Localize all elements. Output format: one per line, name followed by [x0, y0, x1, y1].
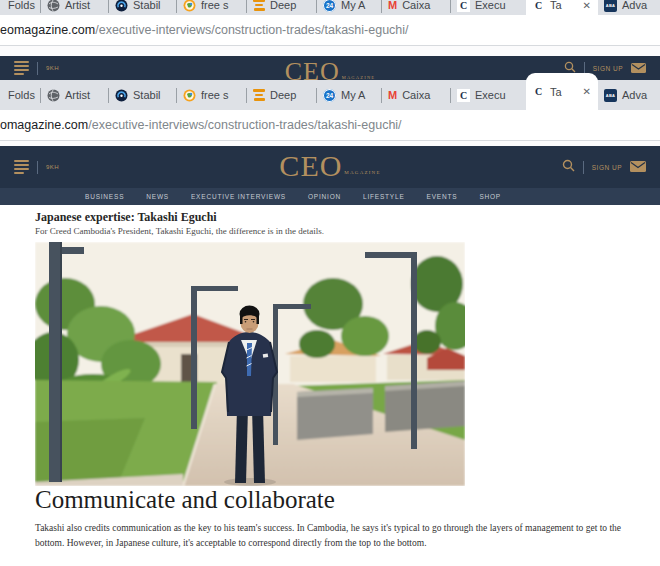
browser-tab-execu[interactable]: C Execu: [451, 80, 526, 110]
tab-label: Execu: [475, 89, 506, 101]
article-body: Takashi also credits communication as th…: [35, 521, 633, 551]
browser-tab-stabil[interactable]: Stabil: [109, 80, 176, 110]
tab-label: Stabil: [133, 0, 161, 11]
tab-label: Stabil: [133, 89, 161, 101]
browser-tab-free[interactable]: free s: [177, 0, 246, 15]
nav-item-lifestyle[interactable]: LIFESTYLE: [363, 193, 405, 200]
tab-label: free s: [201, 89, 229, 101]
section-heading: Communicate and collaborate: [35, 486, 335, 514]
menu-icon[interactable]: [14, 59, 29, 77]
ceo-favicon: C: [532, 0, 545, 12]
nav-item-business[interactable]: BUSINESS: [85, 193, 124, 200]
ceo-favicon: C: [457, 89, 470, 102]
close-tab-icon[interactable]: ✕: [582, 0, 592, 11]
browser-tab-artist[interactable]: Artist: [41, 80, 108, 110]
tab-label: free s: [201, 0, 229, 11]
aba-bank-icon: ABA: [604, 0, 617, 12]
ceo-logo[interactable]: CEO MAGAZINE: [279, 151, 380, 181]
tab-label: Folds: [8, 89, 35, 101]
address-bar[interactable]: omagazine.com/executive-interviews/const…: [0, 110, 660, 141]
tab-label: Artist: [65, 0, 90, 11]
badge-24-icon: 24: [323, 0, 336, 12]
article-kicker: Japanese expertise: Takashi Eguchi: [35, 210, 217, 225]
header-divider: [37, 161, 38, 174]
signup-link[interactable]: SIGN UP: [592, 164, 622, 171]
tab-strip: Folds Artist Stabil free s Deep 24 My A: [0, 80, 660, 110]
url-domain: omagazine.com: [0, 118, 88, 132]
tab-label: Artist: [65, 89, 90, 101]
article-standfirst: For Creed Cambodia's President, Takashi …: [35, 226, 324, 236]
nav-item-opinion[interactable]: OPINION: [308, 193, 341, 200]
tab-label: My A: [341, 89, 365, 101]
browser-tab-active[interactable]: C Ta ✕: [526, 73, 598, 110]
close-tab-icon[interactable]: ✕: [582, 86, 592, 97]
window-gap: [0, 45, 660, 56]
url-domain: eomagazine.com: [0, 23, 95, 37]
browser-tab-active[interactable]: C Ta ✕: [526, 0, 598, 15]
gmail-icon: M: [388, 0, 397, 11]
tab-label: Folds: [8, 0, 35, 11]
browser-tab-deep[interactable]: Deep: [247, 80, 316, 110]
tab-label: Execu: [475, 0, 506, 11]
newsletter-envelope-icon[interactable]: [631, 59, 646, 77]
nav-item-events[interactable]: EVENTS: [427, 193, 458, 200]
signup-link[interactable]: SIGN UP: [593, 65, 623, 72]
browser-tab-mya[interactable]: 24 My A: [317, 80, 381, 110]
aba-bank-icon: ABA: [604, 89, 617, 102]
browser-tab-caixa[interactable]: M Caixa: [382, 0, 450, 15]
tab-label: Ta: [550, 0, 562, 11]
browser-tab-folds[interactable]: Folds: [0, 0, 40, 15]
browser-tab-artist[interactable]: Artist: [41, 0, 108, 15]
site-header: 9KH CEO MAGAZINE SIGN UP: [0, 146, 660, 188]
tab-label: Adva: [622, 89, 647, 101]
nav-item-shop[interactable]: SHOP: [479, 193, 501, 200]
orange-bars-icon: [253, 0, 265, 11]
tab-label: Ta: [550, 86, 562, 98]
tab-label: Deep: [270, 0, 296, 11]
header-divider: [37, 62, 38, 75]
address-bar-top[interactable]: eomagazine.com/executive-interviews/cons…: [0, 15, 660, 46]
browser-tab-adva[interactable]: ABA Adva: [598, 80, 660, 110]
tab-label: Caixa: [402, 89, 430, 101]
browser-tab-deep[interactable]: Deep: [247, 0, 316, 15]
colorful-globe-icon: [183, 0, 196, 12]
browser-tab-free[interactable]: free s: [177, 80, 246, 110]
region-label[interactable]: 9KH: [46, 164, 59, 170]
article-content: Japanese expertise: Takashi Eguchi For C…: [0, 205, 660, 566]
tab-label: Caixa: [402, 0, 430, 11]
swirl-icon: [115, 89, 128, 102]
gmail-icon: M: [388, 90, 397, 101]
nav-item-executive-interviews[interactable]: EXECUTIVE INTERVIEWS: [191, 193, 286, 200]
browser-tab-caixa[interactable]: M Caixa: [382, 80, 450, 110]
ceo-favicon: C: [457, 0, 470, 12]
browser-tab-mya[interactable]: 24 My A: [317, 0, 381, 15]
tab-strip-top: Folds Artist Stabil free s Deep 24 My A: [0, 0, 660, 15]
badge-24-icon: 24: [323, 89, 336, 102]
colorful-globe-icon: [183, 89, 196, 102]
search-icon[interactable]: [562, 158, 575, 176]
site-nav: BUSINESS NEWS EXECUTIVE INTERVIEWS OPINI…: [0, 188, 660, 205]
menu-icon[interactable]: [14, 158, 29, 176]
browser-tab-folds[interactable]: Folds: [0, 80, 40, 110]
nav-item-news[interactable]: NEWS: [146, 193, 169, 200]
globe-icon: [47, 89, 60, 102]
article-hero-photo: [35, 242, 465, 486]
browser-tab-stabil[interactable]: Stabil: [109, 0, 176, 15]
browser-tab-adva[interactable]: ABA Adva: [598, 0, 660, 15]
globe-icon: [47, 0, 60, 12]
browser-tab-execu[interactable]: C Execu: [451, 0, 526, 15]
url-path: /executive-interviews/construction-trade…: [88, 118, 401, 132]
tab-label: My A: [341, 0, 365, 11]
header-divider: [583, 161, 584, 174]
tab-label: Deep: [270, 89, 296, 101]
orange-bars-icon: [253, 89, 265, 100]
browser-window: { "browser": { "tabs": [ {"label": "Fold…: [0, 0, 660, 566]
region-label[interactable]: 9KH: [46, 65, 59, 71]
ceo-logo[interactable]: CEO MAGAZINE: [285, 59, 376, 80]
url-path: /executive-interviews/construction-trade…: [95, 23, 408, 37]
swirl-icon: [115, 0, 128, 12]
ceo-favicon: C: [532, 85, 545, 98]
tab-label: Adva: [622, 0, 647, 11]
newsletter-envelope-icon[interactable]: [630, 158, 646, 176]
